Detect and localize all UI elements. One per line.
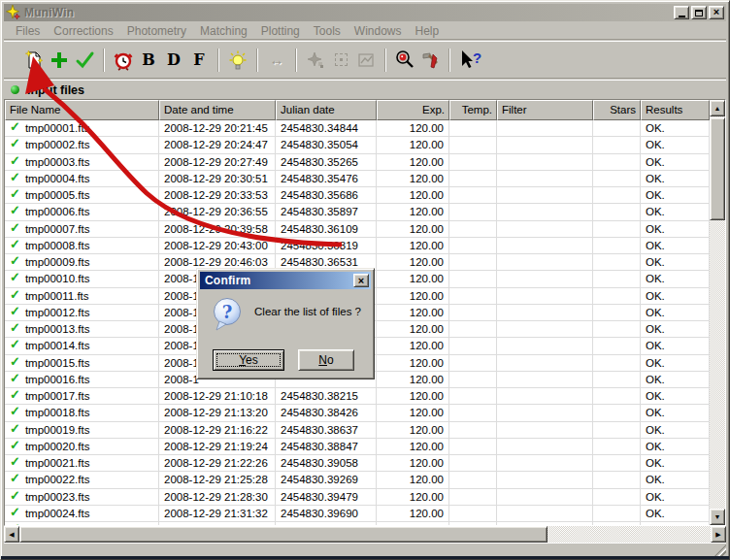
- column-header-file-name[interactable]: File Name: [5, 100, 159, 120]
- column-header-temp[interactable]: Temp.: [449, 100, 497, 120]
- question-icon: ?: [210, 297, 245, 332]
- process-button[interactable]: [72, 48, 97, 73]
- bias-frames-button[interactable]: B: [136, 48, 161, 73]
- express-reduction-button[interactable]: [111, 48, 136, 73]
- cell-temp: [449, 321, 497, 337]
- cell-exp: 120.00: [377, 355, 449, 371]
- checked-icon: ✓: [10, 204, 20, 219]
- conversion-button[interactable]: ↔: [264, 48, 289, 73]
- column-header-date-and-time[interactable]: Date and time: [159, 100, 276, 120]
- context-help-button[interactable]: ?: [456, 48, 481, 73]
- menu-item-plotting[interactable]: Plotting: [254, 23, 307, 39]
- cell-stars: [593, 204, 641, 219]
- cell-stars: [593, 321, 641, 337]
- cell-results: OK.: [641, 187, 710, 203]
- cell-stars: [593, 372, 641, 387]
- cell-results: OK.: [641, 238, 710, 253]
- no-button[interactable]: No: [298, 349, 354, 371]
- match-stars-button[interactable]: [303, 48, 328, 73]
- column-header-results[interactable]: Results: [641, 100, 710, 120]
- menu-item-help[interactable]: Help: [409, 23, 447, 39]
- table-row[interactable]: ✓tmp00019.fts2008-12-29 21:16:222454830.…: [5, 422, 710, 439]
- column-header-stars[interactable]: Stars: [593, 100, 641, 120]
- cell-julian: 2454830.39900: [276, 522, 377, 525]
- checked-icon: ✓: [10, 321, 20, 337]
- cell-file: ✓tmp00021.fts: [5, 455, 159, 471]
- scroll-right-button[interactable]: ▶: [711, 526, 726, 543]
- checked-icon: ✓: [10, 405, 20, 420]
- table-row[interactable]: ✓tmp00021.fts2008-12-29 21:22:262454830.…: [5, 455, 710, 472]
- dialog-close-button[interactable]: ×: [353, 274, 369, 287]
- cell-stars: [593, 439, 641, 454]
- cell-file: ✓tmp00013.fts: [5, 321, 159, 337]
- table-row[interactable]: ✓tmp00017.fts2008-12-29 21:10:182454830.…: [5, 388, 710, 405]
- svg-text:?: ?: [222, 302, 233, 322]
- alarm-clock-icon: [113, 49, 134, 71]
- menu-item-files[interactable]: Files: [9, 23, 47, 39]
- horizontal-scroll-thumb[interactable]: [19, 526, 548, 543]
- cell-filter: [497, 522, 593, 525]
- light-curve-button[interactable]: [353, 48, 379, 73]
- find-variables-button[interactable]: [392, 48, 417, 73]
- scroll-up-button[interactable]: ▲: [710, 100, 725, 116]
- cell-results: OK.: [641, 254, 710, 270]
- column-header-julian-date[interactable]: Julian date: [276, 100, 377, 120]
- cell-date: 2008-12-29 21:28:30: [159, 489, 276, 505]
- cell-results: OK.: [641, 355, 710, 371]
- flat-frames-button[interactable]: F: [186, 48, 212, 73]
- new-project-button[interactable]: [21, 48, 47, 73]
- dark-frames-button[interactable]: D: [161, 48, 186, 73]
- scroll-left-button[interactable]: ◀: [4, 526, 19, 543]
- checked-icon: ✓: [10, 372, 20, 387]
- menu-item-tools[interactable]: Tools: [307, 23, 348, 39]
- table-row[interactable]: ✓tmp00022.fts2008-12-29 21:25:282454830.…: [5, 472, 710, 488]
- menu-item-corrections[interactable]: Corrections: [47, 23, 119, 39]
- close-button[interactable]: ×: [709, 6, 724, 19]
- menu-item-windows[interactable]: Windows: [348, 23, 409, 39]
- minimize-button[interactable]: [674, 6, 689, 19]
- svg-text:?: ?: [473, 49, 481, 66]
- table-row[interactable]: ✓tmp00002.fts2008-12-29 20:24:472454830.…: [5, 137, 710, 153]
- cell-results: OK.: [641, 137, 710, 152]
- column-header-filter[interactable]: Filter: [497, 100, 593, 120]
- column-header-exp[interactable]: Exp.: [377, 100, 449, 120]
- dialog-title-bar[interactable]: Confirm ×: [200, 272, 371, 289]
- frame-preview-button[interactable]: [328, 48, 353, 73]
- tools-button[interactable]: [417, 48, 443, 73]
- cell-temp: [449, 238, 497, 253]
- checked-icon: ✓: [10, 171, 20, 186]
- menu-item-matching[interactable]: Matching: [193, 23, 254, 39]
- photometry-button[interactable]: [225, 48, 250, 73]
- add-files-button[interactable]: [47, 48, 72, 73]
- cell-file: ✓tmp00005.fts: [5, 187, 159, 203]
- cell-julian: 2454830.38426: [276, 405, 377, 420]
- yes-button[interactable]: Yes: [213, 349, 284, 371]
- cell-results: OK.: [641, 388, 710, 404]
- table-row[interactable]: ✓tmp00020.fts2008-12-29 21:19:242454830.…: [5, 439, 710, 455]
- cell-file: ✓tmp00010.fts: [5, 271, 159, 286]
- horizontal-scrollbar[interactable]: ◀ ▶: [4, 526, 726, 543]
- table-row[interactable]: ✓tmp00024.fts2008-12-29 21:31:322454830.…: [5, 506, 710, 522]
- cell-temp: [449, 405, 497, 420]
- table-row[interactable]: ✓tmp00025.fts2008-12-29 21:34:342454830.…: [5, 522, 710, 525]
- table-row[interactable]: ✓tmp00007.fts2008-12-29 20:39:582454830.…: [5, 221, 710, 238]
- checked-icon: ✓: [10, 187, 20, 203]
- table-row[interactable]: ✓tmp00005.fts2008-12-29 20:33:532454830.…: [5, 187, 710, 204]
- title-bar[interactable]: MuniWin ×: [4, 4, 726, 21]
- table-row[interactable]: ✓tmp00003.fts2008-12-29 20:27:492454830.…: [5, 154, 710, 171]
- table-row[interactable]: ✓tmp00004.fts2008-12-29 20:30:512454830.…: [5, 171, 710, 187]
- maximize-button[interactable]: [691, 6, 707, 19]
- menu-item-photometry[interactable]: Photometry: [120, 23, 193, 39]
- checked-icon: ✓: [10, 422, 20, 438]
- scroll-down-button[interactable]: ▼: [710, 509, 725, 525]
- table-row[interactable]: ✓tmp00008.fts2008-12-29 20:43:002454830.…: [5, 238, 710, 254]
- cell-stars: [593, 388, 641, 404]
- table-row[interactable]: ✓tmp00001.fts2008-12-29 20:21:452454830.…: [5, 120, 710, 137]
- table-row[interactable]: ✓tmp00006.fts2008-12-29 20:36:552454830.…: [5, 204, 710, 220]
- vertical-scrollbar[interactable]: ▲ ▼: [710, 100, 725, 525]
- cell-stars: [593, 489, 641, 505]
- vertical-scroll-thumb[interactable]: [710, 117, 725, 220]
- table-row[interactable]: ✓tmp00023.fts2008-12-29 21:28:302454830.…: [5, 489, 710, 506]
- cell-exp: 120.00: [377, 388, 449, 404]
- table-row[interactable]: ✓tmp00018.fts2008-12-29 21:13:202454830.…: [5, 405, 710, 421]
